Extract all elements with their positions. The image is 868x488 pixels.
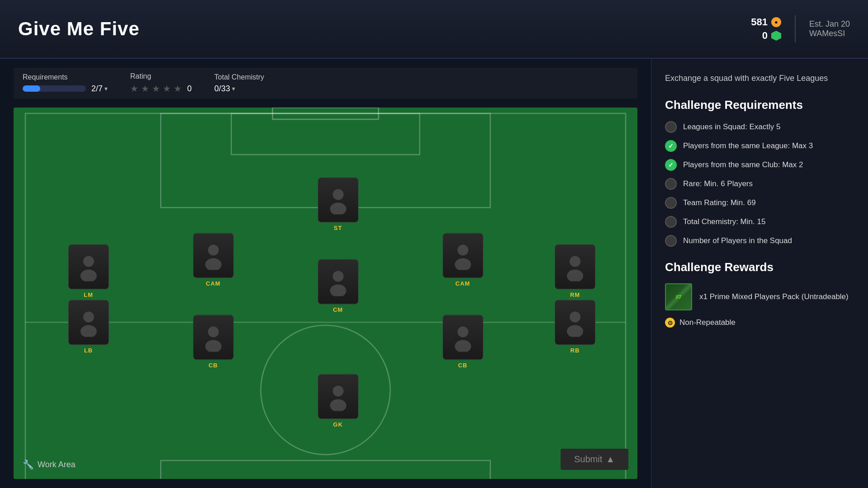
req-text-2: Players from the same League: Max 3 xyxy=(683,141,813,150)
star-4: ★ xyxy=(163,83,171,94)
reward-item-1: //7 x1 Prime Mixed Players Pack (Untrade… xyxy=(665,283,854,310)
player-avatar-st xyxy=(324,185,353,214)
svg-point-23 xyxy=(205,340,222,352)
player-avatar-cb-right xyxy=(448,323,477,352)
chemistry-dropdown-arrow: ▾ xyxy=(232,85,235,92)
main-content: Requirements 2/7 ▾ Rating ★ ★ ★ xyxy=(0,59,868,488)
player-card-inner-cam-right xyxy=(443,233,483,278)
req-circle-5 xyxy=(665,197,677,209)
non-repeatable-icon: ⊙ xyxy=(665,318,675,328)
work-area-label: Work Area xyxy=(38,460,75,469)
svg-rect-5 xyxy=(273,108,378,119)
player-card-cb-right[interactable]: CB xyxy=(443,314,483,368)
player-card-cam-left[interactable]: CAM xyxy=(193,233,234,287)
top-bar-right: 581 ● 0 Est. Jan 20 WAMesSI xyxy=(751,15,850,42)
rating-stars: ★ ★ ★ ★ ★ 0 xyxy=(130,83,192,94)
est-area: Est. Jan 20 WAMesSI xyxy=(809,19,850,38)
player-card-inner-cb-right xyxy=(443,314,483,360)
rating-label: Rating xyxy=(130,72,192,80)
chemistry-section: Total Chemistry 0/33 ▾ xyxy=(214,73,264,94)
currency-area: 581 ● 0 xyxy=(751,16,781,42)
star-1: ★ xyxy=(130,83,138,94)
player-card-inner-st xyxy=(318,177,359,222)
position-label-lb: LB xyxy=(84,347,93,353)
svg-point-28 xyxy=(333,386,344,397)
points-value: 0 xyxy=(762,30,768,42)
req-item-3: ✓ Players from the same Club: Max 2 xyxy=(665,159,854,171)
req-item-5: Team Rating: Min. 69 xyxy=(665,197,854,209)
svg-point-15 xyxy=(455,258,471,270)
divider xyxy=(795,15,796,42)
player-card-inner-rb xyxy=(555,300,595,345)
svg-point-25 xyxy=(455,340,471,352)
svg-rect-4 xyxy=(231,113,420,155)
position-label-st: ST xyxy=(334,224,342,231)
progress-bar-bg xyxy=(23,85,86,92)
points-icon xyxy=(771,31,781,41)
player-avatar-rb xyxy=(561,308,590,337)
player-card-lm[interactable]: LM xyxy=(68,244,109,298)
player-card-gk[interactable]: GK xyxy=(318,374,359,428)
position-label-gk: GK xyxy=(333,421,343,428)
submit-button[interactable]: Submit ▲ xyxy=(561,449,628,470)
position-label-rm: RM xyxy=(570,291,580,298)
chemistry-label: Total Chemistry xyxy=(214,73,264,81)
svg-point-19 xyxy=(567,269,583,281)
svg-point-12 xyxy=(333,271,344,282)
svg-point-21 xyxy=(80,325,97,337)
player-card-cm[interactable]: CM xyxy=(318,259,359,313)
non-repeatable-row: ⊙ Non-Repeatable xyxy=(665,318,854,328)
req-text-6: Total Chemistry: Min. 15 xyxy=(683,217,765,226)
req-label: Requirements xyxy=(23,73,108,81)
svg-point-18 xyxy=(570,256,580,267)
pack-diagonal xyxy=(666,284,691,310)
submit-arrow-icon: ▲ xyxy=(606,454,615,465)
req-item-4: Rare: Min. 6 Players xyxy=(665,178,854,190)
req-circle-7 xyxy=(665,235,677,247)
right-panel: Exchange a squad with exactly Five Leagu… xyxy=(651,59,868,488)
req-count[interactable]: 2/7 ▾ xyxy=(91,84,108,94)
req-text-3: Players from the same Club: Max 2 xyxy=(683,160,803,169)
player-avatar-cam-left xyxy=(199,241,228,270)
player-card-inner-rm xyxy=(555,244,595,289)
svg-point-8 xyxy=(333,189,344,200)
svg-point-16 xyxy=(83,256,94,267)
req-item-2: ✓ Players from the same League: Max 3 xyxy=(665,140,854,152)
position-label-cb-right: CB xyxy=(458,361,467,368)
work-area-button[interactable]: 🔧 Work Area xyxy=(23,459,75,470)
rewards-section: Challenge Rewards //7 x1 Prime Mixed Pla… xyxy=(665,260,854,328)
svg-point-29 xyxy=(330,399,346,411)
player-card-inner-lm xyxy=(68,244,109,289)
player-avatar-cam-right xyxy=(448,241,477,270)
player-card-st[interactable]: ST xyxy=(318,177,359,231)
svg-point-14 xyxy=(458,245,468,256)
est-label: Est. Jan 20 xyxy=(809,19,850,29)
coin-icon: ● xyxy=(771,17,781,27)
chemistry-value[interactable]: 0/33 ▾ xyxy=(214,84,264,94)
non-repeatable-text: Non-Repeatable xyxy=(679,318,736,327)
player-card-lb[interactable]: LB xyxy=(68,300,109,353)
req-circle-6 xyxy=(665,216,677,228)
coins-value: 581 xyxy=(751,16,768,28)
svg-point-13 xyxy=(330,284,346,296)
player-avatar-gk xyxy=(324,382,353,411)
player-card-cam-right[interactable]: CAM xyxy=(443,233,483,287)
req-progress-container: 2/7 ▾ xyxy=(23,84,108,94)
rating-section: Rating ★ ★ ★ ★ ★ 0 xyxy=(130,72,192,94)
star-3: ★ xyxy=(152,83,160,94)
svg-point-24 xyxy=(458,326,468,337)
requirements-bar: Requirements 2/7 ▾ Rating ★ ★ ★ xyxy=(14,68,637,99)
player-avatar-cm xyxy=(324,267,353,296)
challenge-requirements-title: Challenge Requirements xyxy=(665,98,854,112)
player-avatar-cb-left xyxy=(199,323,228,352)
position-label-rb: RB xyxy=(571,347,580,353)
svg-point-17 xyxy=(80,269,97,281)
req-current: 2/7 xyxy=(91,84,103,94)
player-card-rb[interactable]: RB xyxy=(555,300,595,353)
player-card-cb-left[interactable]: CB xyxy=(193,314,234,368)
position-label-cam-left: CAM xyxy=(206,280,221,287)
football-pitch: ST CAM xyxy=(14,108,637,479)
player-card-inner-cb-left xyxy=(193,314,234,360)
player-card-rm[interactable]: RM xyxy=(555,244,595,298)
player-avatar-rm xyxy=(561,252,590,281)
